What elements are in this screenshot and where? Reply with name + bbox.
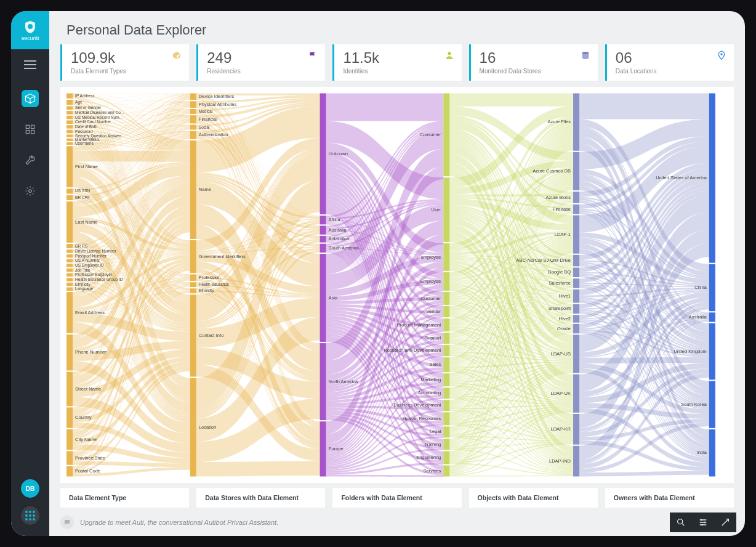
svg-rect-71 bbox=[66, 466, 73, 477]
svg-rect-85 bbox=[190, 140, 196, 239]
svg-text:Hive2: Hive2 bbox=[559, 315, 571, 321]
svg-rect-63 bbox=[66, 372, 73, 407]
nav-item-tools[interactable] bbox=[22, 152, 39, 169]
svg-text:India: India bbox=[697, 450, 707, 455]
svg-rect-13 bbox=[66, 106, 73, 110]
svg-text:Health Insurance: Health Insurance bbox=[199, 282, 229, 286]
nav-item-explorer[interactable] bbox=[22, 90, 39, 107]
svg-rect-143 bbox=[443, 426, 449, 437]
svg-text:Vendor: Vendor bbox=[426, 309, 441, 314]
brand-logo[interactable]: securiti bbox=[11, 11, 49, 49]
stat-card-identities[interactable]: 11.5k Identities bbox=[332, 44, 461, 81]
svg-rect-51 bbox=[66, 273, 73, 277]
svg-text:Credit Card Number: Credit Card Number bbox=[75, 120, 111, 124]
svg-rect-165 bbox=[573, 278, 579, 288]
svg-rect-189 bbox=[709, 323, 715, 380]
stat-card-data-locations[interactable]: 06 Data Locations bbox=[605, 44, 734, 81]
svg-rect-119 bbox=[443, 243, 449, 271]
svg-rect-157 bbox=[573, 205, 579, 214]
svg-text:Legal: Legal bbox=[430, 429, 441, 434]
svg-text:Product Management: Product Management bbox=[396, 322, 441, 327]
nav-item-settings[interactable] bbox=[22, 182, 39, 200]
svg-text:Physical Attributes: Physical Attributes bbox=[199, 102, 237, 107]
svg-rect-37 bbox=[66, 201, 73, 243]
svg-rect-93 bbox=[190, 288, 196, 293]
filter-button[interactable] bbox=[692, 513, 714, 532]
column-footer: Owners with Data Element bbox=[605, 488, 734, 508]
svg-rect-107 bbox=[320, 244, 326, 253]
svg-text:LDAP-KR: LDAP-KR bbox=[550, 426, 571, 432]
expand-button[interactable] bbox=[714, 513, 736, 532]
svg-rect-147 bbox=[443, 452, 449, 464]
svg-text:ABC-NorCal-SJ-Unit-Drive: ABC-NorCal-SJ-Unit-Drive bbox=[517, 257, 571, 263]
column-footer: Data Stores with Data Element bbox=[196, 488, 325, 508]
svg-text:Ethnicity: Ethnicity bbox=[199, 288, 214, 293]
svg-text:Medical: Medical bbox=[199, 109, 213, 113]
flag-icon bbox=[308, 51, 318, 60]
wrench-icon bbox=[25, 155, 36, 166]
svg-text:Sales: Sales bbox=[429, 362, 441, 367]
apps-launcher[interactable] bbox=[21, 506, 39, 525]
chat-icon[interactable] bbox=[60, 516, 74, 529]
svg-text:Consumer: Consumer bbox=[420, 132, 441, 137]
svg-text:United States of America: United States of America bbox=[656, 175, 707, 180]
sankey-chart[interactable]: IP AddressAgeSex or GenderMedical Diseas… bbox=[60, 87, 734, 483]
stat-value: 109.9k bbox=[71, 49, 180, 67]
svg-rect-181 bbox=[573, 446, 579, 477]
stat-card-row: 109.9k Data Element Types 249 Residencie… bbox=[49, 44, 745, 81]
svg-rect-19 bbox=[66, 120, 73, 124]
svg-rect-151 bbox=[573, 94, 579, 151]
svg-text:Job Title: Job Title bbox=[75, 268, 90, 272]
svg-text:North America: North America bbox=[329, 379, 358, 384]
svg-text:Oracle: Oracle bbox=[557, 326, 571, 331]
main: Personal Data Explorer 109.9k Data Eleme… bbox=[49, 11, 745, 536]
svg-rect-163 bbox=[573, 267, 579, 277]
svg-rect-183 bbox=[709, 94, 715, 263]
svg-text:Government Identifiers: Government Identifiers bbox=[199, 254, 246, 259]
svg-rect-111 bbox=[320, 343, 326, 420]
menu-toggle-icon[interactable] bbox=[24, 60, 36, 69]
bottom-bar: Upgrade to meet Auti, the conversational… bbox=[49, 508, 745, 536]
svg-rect-169 bbox=[573, 304, 579, 314]
brand-text: securiti bbox=[22, 35, 39, 41]
svg-rect-175 bbox=[573, 334, 579, 373]
svg-rect-15 bbox=[66, 111, 73, 115]
search-button[interactable] bbox=[670, 513, 692, 532]
sidebar: securiti DB bbox=[11, 11, 49, 536]
stat-value: 11.5k bbox=[343, 49, 452, 67]
svg-text:Research and Development: Research and Development bbox=[384, 347, 441, 353]
user-avatar[interactable]: DB bbox=[21, 479, 39, 498]
svg-rect-133 bbox=[443, 357, 449, 372]
svg-rect-135 bbox=[443, 373, 449, 386]
stat-card-monitored-data-stores[interactable]: 16 Monitored Data Stores bbox=[469, 44, 598, 81]
svg-rect-3 bbox=[26, 131, 29, 134]
svg-text:Human Resources: Human Resources bbox=[403, 416, 441, 421]
svg-rect-125 bbox=[443, 306, 449, 317]
nav-item-dashboard[interactable] bbox=[22, 121, 39, 138]
stat-card-data-element-types[interactable]: 109.9k Data Element Types bbox=[60, 44, 189, 81]
svg-point-0 bbox=[28, 24, 33, 29]
person-icon bbox=[444, 51, 454, 60]
svg-text:Support: Support bbox=[425, 335, 441, 341]
svg-rect-103 bbox=[320, 225, 326, 234]
svg-rect-185 bbox=[709, 264, 715, 311]
sliders-icon bbox=[698, 517, 708, 527]
column-footer-row: Data Element Type Data Stores with Data … bbox=[49, 488, 745, 508]
svg-rect-145 bbox=[443, 439, 449, 450]
svg-text:Hive1: Hive1 bbox=[559, 293, 571, 299]
svg-rect-55 bbox=[66, 283, 73, 286]
svg-text:Accounting: Accounting bbox=[418, 390, 441, 395]
svg-rect-49 bbox=[66, 269, 73, 272]
svg-rect-109 bbox=[320, 254, 326, 342]
svg-rect-81 bbox=[190, 125, 196, 130]
svg-rect-47 bbox=[66, 264, 73, 267]
svg-rect-139 bbox=[443, 400, 449, 411]
stat-value: 06 bbox=[616, 49, 725, 67]
svg-text:Azure Files: Azure Files bbox=[547, 119, 571, 124]
svg-rect-127 bbox=[443, 318, 449, 331]
stat-card-residencies[interactable]: 249 Residencies bbox=[196, 44, 325, 81]
svg-rect-113 bbox=[320, 421, 326, 476]
svg-point-195 bbox=[678, 519, 683, 524]
svg-rect-23 bbox=[66, 130, 73, 134]
svg-rect-21 bbox=[66, 125, 73, 129]
